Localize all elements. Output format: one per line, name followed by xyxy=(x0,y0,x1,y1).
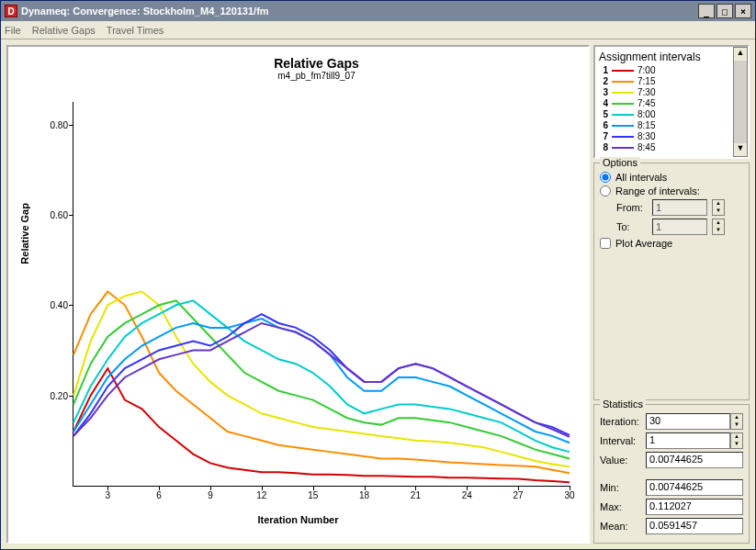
x-axis-label: Iteration Number xyxy=(8,514,588,525)
x-tick: 9 xyxy=(208,490,213,500)
y-tick: 0.60 xyxy=(37,209,68,219)
legend-item[interactable]: 58:00 xyxy=(599,109,744,120)
spinner-to[interactable]: ▲▼ xyxy=(712,219,725,235)
minimize-button[interactable]: _ xyxy=(698,4,715,18)
legend-item[interactable]: 37:30 xyxy=(599,87,744,98)
sidebar: Assignment intervals 17:0027:1537:3047:4… xyxy=(593,45,750,544)
series-line xyxy=(73,300,570,452)
label-mean: Mean: xyxy=(600,521,646,532)
legend-item[interactable]: 27:15 xyxy=(599,76,744,87)
opt-plot-average[interactable]: Plot Average xyxy=(600,238,743,249)
close-button[interactable]: × xyxy=(735,4,751,18)
value-min: 0.00744625 xyxy=(646,479,743,496)
content: Relative Gaps m4_pb_fm7till9_07 Relative… xyxy=(1,39,755,549)
value-interval[interactable]: 1 xyxy=(646,432,730,449)
opt-all-intervals[interactable]: All intervals xyxy=(600,172,743,183)
legend-panel: Assignment intervals 17:0027:1537:3047:4… xyxy=(593,45,750,159)
chart-title: Relative Gaps xyxy=(54,56,579,71)
menubar: File Relative Gaps Travel Times xyxy=(1,21,755,39)
x-tick: 6 xyxy=(156,490,162,500)
value-max: 0.112027 xyxy=(646,499,743,515)
label-plot-average: Plot Average xyxy=(615,238,672,249)
opt-to-row: To: ▲▼ xyxy=(616,219,743,235)
legend-scrollbar[interactable]: ▲ ▼ xyxy=(733,47,748,157)
y-tick: 0.40 xyxy=(37,300,68,310)
legend-item[interactable]: 78:30 xyxy=(599,131,744,142)
label-from: From: xyxy=(616,202,648,213)
series-line xyxy=(73,314,570,436)
input-from[interactable] xyxy=(652,199,707,216)
statistics-panel: Statistics Iteration:30▲▼ Interval:1▲▼ V… xyxy=(593,404,750,544)
chart-lines xyxy=(73,102,570,486)
label-range-intervals: Range of intervals: xyxy=(615,185,700,196)
radio-range-intervals[interactable] xyxy=(600,185,611,196)
label-value: Value: xyxy=(600,455,646,466)
legend-item[interactable]: 47:45 xyxy=(599,98,744,109)
radio-all-intervals[interactable] xyxy=(600,172,611,183)
label-all-intervals: All intervals xyxy=(615,172,667,183)
label-iteration: Iteration: xyxy=(600,416,646,427)
maximize-button[interactable]: □ xyxy=(717,4,733,18)
chart-area: Relative Gaps m4_pb_fm7till9_07 Relative… xyxy=(6,45,590,544)
x-tick: 12 xyxy=(256,490,266,500)
x-tick: 3 xyxy=(105,490,110,500)
x-tick: 24 xyxy=(462,490,472,500)
menu-relative-gaps[interactable]: Relative Gaps xyxy=(32,25,96,36)
value-value: 0.00744625 xyxy=(646,452,743,468)
opt-from-row: From: ▲▼ xyxy=(616,199,743,216)
x-tick: 18 xyxy=(359,490,369,500)
x-tick: 30 xyxy=(564,490,574,500)
chart-subtitle: m4_pb_fm7till9_07 xyxy=(54,71,579,81)
legend-item[interactable]: 88:45 xyxy=(599,142,744,153)
scroll-down-icon[interactable]: ▼ xyxy=(734,143,747,156)
window-title: Dynameq: Convergence: Stockholm_M4_12013… xyxy=(21,6,269,17)
x-tick: 21 xyxy=(411,490,421,500)
stats-heading: Statistics xyxy=(600,398,646,410)
legend-item[interactable]: 68:15 xyxy=(599,120,744,131)
legend-heading: Assignment intervals xyxy=(599,51,744,63)
menu-file[interactable]: File xyxy=(5,25,21,36)
y-axis-label: Relative Gap xyxy=(19,203,30,264)
menu-travel-times[interactable]: Travel Times xyxy=(107,25,164,36)
y-tick: 0.20 xyxy=(37,390,68,400)
value-iteration[interactable]: 30 xyxy=(646,413,730,430)
plot-region: 0.200.400.600.8036912151821242730 xyxy=(73,102,570,487)
opt-range-intervals[interactable]: Range of intervals: xyxy=(600,185,743,196)
titlebar: D Dynameq: Convergence: Stockholm_M4_120… xyxy=(1,1,755,21)
options-heading: Options xyxy=(600,157,640,168)
y-tick: 0.80 xyxy=(37,119,68,129)
options-panel: Options All intervals Range of intervals… xyxy=(593,163,750,400)
value-mean: 0.0591457 xyxy=(646,518,743,534)
legend-area: Assignment intervals 17:0027:1537:3047:4… xyxy=(593,45,750,159)
legend-item[interactable]: 17:00 xyxy=(599,65,744,76)
checkbox-plot-average[interactable] xyxy=(600,238,611,249)
scroll-up-icon[interactable]: ▲ xyxy=(734,48,747,61)
series-line xyxy=(73,292,570,474)
app-icon: D xyxy=(5,5,17,17)
label-max: Max: xyxy=(600,501,646,512)
app-window: D Dynameq: Convergence: Stockholm_M4_120… xyxy=(0,0,756,550)
x-tick: 27 xyxy=(513,490,524,500)
label-to: To: xyxy=(616,221,648,232)
label-interval: Interval: xyxy=(600,435,646,446)
x-tick: 15 xyxy=(308,490,318,500)
spinner-from[interactable]: ▲▼ xyxy=(712,199,725,216)
input-to[interactable] xyxy=(652,219,707,235)
spinner-iteration[interactable]: ▲▼ xyxy=(730,413,743,430)
spinner-interval[interactable]: ▲▼ xyxy=(730,432,743,449)
label-min: Min: xyxy=(600,482,646,493)
